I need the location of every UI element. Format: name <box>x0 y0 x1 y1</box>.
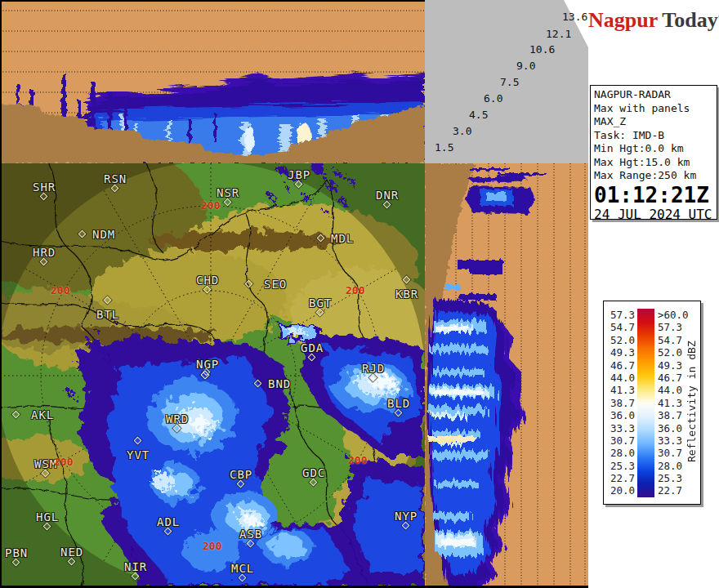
height-scale-corner: 13.612.110.69.07.56.04.53.01.5 <box>425 0 588 163</box>
logo-word-nagpur: Nagpur <box>588 8 658 32</box>
height-label: 7.5 <box>500 76 519 88</box>
range-ring-label: 200 <box>51 284 69 296</box>
sidebar: NagpurToday® NAGPUR-RADARMax with panels… <box>588 0 719 588</box>
info-line: Max Hgt:15.0 km <box>594 156 717 170</box>
top-cross-section-graphic <box>0 0 425 163</box>
height-label: 6.0 <box>484 92 502 105</box>
top-cross-section-panel <box>0 0 425 163</box>
scan-date: 24 JUL 2024 UTC <box>594 207 717 222</box>
logo-word-today: Today <box>662 8 717 32</box>
nagpur-today-logo: NagpurToday® <box>588 2 719 31</box>
height-label: 4.5 <box>469 109 488 121</box>
info-line: Task: IMD-B <box>594 129 717 143</box>
radar-info-panel: NAGPUR-RADARMax with panelsMAX_ZTask: IM… <box>590 85 717 220</box>
info-line: MAX_Z <box>594 115 717 129</box>
range-ring-label: 200 <box>346 284 364 296</box>
right-cross-section-graphic <box>425 163 588 588</box>
height-label: 12.1 <box>546 28 571 40</box>
range-label-layer: 200200200200200200 <box>0 163 425 588</box>
reflectivity-legend: 57.3>60.054.757.352.054.749.352.046.749.… <box>603 301 701 505</box>
height-label: 13.6 <box>562 11 587 23</box>
range-ring-label: 200 <box>54 456 73 468</box>
height-label: 3.0 <box>453 125 471 137</box>
map-ppi-panel: SHRRSNNSRJBPDNRNDMHRDMDLCHDSEOKBRBTLBGTG… <box>0 163 425 588</box>
height-label: 10.6 <box>529 43 555 56</box>
range-ring-label: 200 <box>203 540 221 552</box>
info-line: Min Hgt:0.0 km <box>594 142 717 156</box>
info-line: Max Range:250 km <box>594 169 717 183</box>
info-line: Max with panels <box>594 102 717 116</box>
range-ring-label: 200 <box>348 454 367 466</box>
height-labels: 13.612.110.69.07.56.04.53.01.5 <box>425 0 588 163</box>
height-label: 9.0 <box>516 60 535 72</box>
scan-time: 01:12:21Z <box>594 183 717 207</box>
radar-display: 13.612.110.69.07.56.04.53.01.5 <box>0 0 719 588</box>
info-lines: NAGPUR-RADARMax with panelsMAX_ZTask: IM… <box>594 88 717 183</box>
height-label: 1.5 <box>435 141 453 154</box>
info-line: NAGPUR-RADAR <box>594 88 717 102</box>
right-cross-section-panel <box>425 163 588 588</box>
legend-title: Reflectivity in dBZ <box>686 316 698 488</box>
range-ring-label: 200 <box>201 199 220 212</box>
